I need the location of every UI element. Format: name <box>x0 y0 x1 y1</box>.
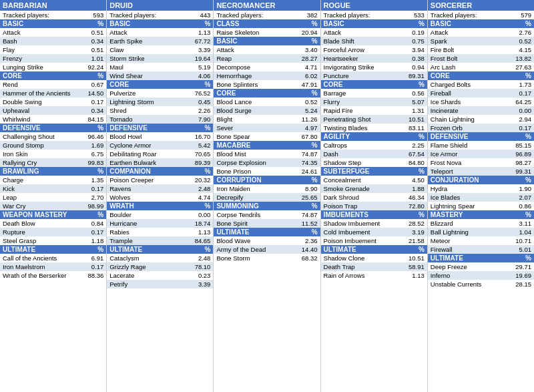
section-name: BASIC <box>216 37 237 45</box>
skill-pct: 67.72 <box>190 37 210 45</box>
table-row: Attack1.13 <box>107 28 213 37</box>
skill-name: Attack <box>3 28 83 37</box>
skill-pct: 4.71 <box>298 63 318 71</box>
table-row: Firewall5.01 <box>428 245 534 254</box>
section-header-corruption: CORRUPTION% <box>214 176 320 184</box>
skill-pct: 5.42 <box>190 141 210 150</box>
skill-pct: 20.94 <box>298 28 318 37</box>
section-header-defensive: DEFENSIVE% <box>107 124 213 132</box>
table-row: Poison Imbuement21.58 <box>321 236 427 245</box>
table-row: Spark0.52 <box>428 37 534 45</box>
tracked-necromancer: Tracked players:382 <box>214 11 320 19</box>
skill-pct: 27.63 <box>511 63 531 71</box>
pct-label: % <box>419 211 425 218</box>
skill-name: Whirlwind <box>3 115 83 124</box>
table-row: Smoke Grenade1.88 <box>321 184 427 193</box>
skill-name: Frost Bolt <box>431 54 511 63</box>
skill-pct: 89.31 <box>405 71 425 80</box>
skill-name: Frost Nova <box>431 158 511 167</box>
skill-pct: 11.52 <box>298 219 318 228</box>
skill-pct: 0.45 <box>190 97 210 106</box>
skill-pct: 19.64 <box>190 54 210 63</box>
table-row: Decompose4.71 <box>214 63 320 71</box>
skill-name: Maul <box>109 63 190 71</box>
pct-label: % <box>419 20 425 27</box>
skill-name: Cataclysm <box>109 254 190 262</box>
section-header-class: CLASS% <box>214 19 320 28</box>
table-row: Hammer of the Ancients14.50 <box>0 89 106 97</box>
table-row: Puncture89.31 <box>321 71 427 80</box>
pct-label: % <box>205 81 211 88</box>
section-header-conjuration: CONJURATION% <box>428 176 534 184</box>
section-header-macabre: MACABRE% <box>214 141 320 150</box>
tracked-sorcerer: Tracked players:579 <box>428 11 534 19</box>
skill-pct: 58.91 <box>405 262 425 271</box>
section-name: BASIC <box>431 20 451 27</box>
skill-pct: 0.19 <box>405 28 425 37</box>
skill-pct: 0.56 <box>405 89 425 97</box>
section-name: CORE <box>216 89 236 97</box>
skill-name: Poison Trap <box>324 202 405 210</box>
table-row: Lacerate0.23 <box>107 271 213 280</box>
section-name: SUMMONING <box>216 202 258 210</box>
table-row: Whirlwind84.15 <box>0 115 106 124</box>
skill-name: Earthen Bulwark <box>109 158 190 167</box>
skill-name: War Cry <box>3 202 83 210</box>
table-row: Wind Shear4.06 <box>107 71 213 80</box>
skill-name: Challenging Shout <box>3 132 83 141</box>
section-header-agility: AGILITY% <box>321 132 427 141</box>
section-header-basic: BASIC% <box>214 37 320 45</box>
section-name: WRATH <box>109 202 134 210</box>
pct-label: % <box>312 176 318 184</box>
table-row: Corpse Tendrils74.87 <box>214 210 320 219</box>
skill-pct: 2.70 <box>83 193 103 202</box>
skill-pct: 92.24 <box>83 63 103 71</box>
table-row: Dash67.54 <box>321 150 427 158</box>
section-header-ultimate: ULTIMATE% <box>0 245 106 254</box>
pct-label: % <box>205 168 211 175</box>
skill-pct: 74.87 <box>298 210 318 219</box>
table-row: Bone Spirit11.52 <box>214 219 320 228</box>
skill-name: Cold Imbuement <box>324 228 405 236</box>
skill-name: Pulverize <box>109 89 190 97</box>
table-row: Blight11.26 <box>214 115 320 124</box>
pct-label: % <box>97 211 103 218</box>
section-name: ULTIMATE <box>216 228 249 236</box>
skill-pct: 10.51 <box>405 115 425 124</box>
skill-pct: 21.58 <box>405 236 425 245</box>
skill-name: Bone Splinters <box>216 80 297 89</box>
skill-name: Iron Maiden <box>216 184 297 193</box>
section-header-ultimate: ULTIMATE% <box>321 245 427 254</box>
skill-pct: 0.52 <box>511 37 531 45</box>
skill-name: Blight <box>216 115 297 124</box>
section-header-core: CORE% <box>0 71 106 80</box>
skill-name: Cyclone Armor <box>109 141 190 150</box>
table-row: Attack0.19 <box>321 28 427 37</box>
skill-name: Decrepify <box>216 193 297 202</box>
skill-pct: 19.69 <box>511 271 531 280</box>
table-row: Rend0.67 <box>0 80 106 89</box>
tracked-count: 443 <box>200 11 211 19</box>
tracked-count: 593 <box>93 11 103 19</box>
tracked-count: 533 <box>414 11 425 19</box>
table-row: Double Swing0.17 <box>0 97 106 106</box>
skill-name: Grizzly Rage <box>109 262 190 271</box>
skill-name: Wind Shear <box>109 71 190 80</box>
skill-pct: 1.90 <box>511 184 531 193</box>
skill-name: Attack <box>324 28 405 37</box>
skill-pct: 0.51 <box>83 28 103 37</box>
table-row: Shadow Imbuement28.52 <box>321 219 427 228</box>
skill-pct: 2.76 <box>511 28 531 37</box>
skill-pct: 98.99 <box>83 202 103 210</box>
tracked-label: Tracked players: <box>431 11 477 19</box>
skill-name: Invigorating Strike <box>324 63 405 71</box>
skill-name: Poison Creeper <box>109 176 190 184</box>
table-row: Boulder0.00 <box>107 210 213 219</box>
section-header-core: CORE% <box>214 89 320 97</box>
table-row: Teleport99.31 <box>428 167 534 176</box>
tracked-count: 382 <box>307 11 318 19</box>
section-header-basic: BASIC% <box>0 19 106 28</box>
skill-pct: 0.17 <box>511 124 531 132</box>
pct-label: % <box>419 81 425 88</box>
section-name: WEAPON MASTERY <box>3 211 67 218</box>
